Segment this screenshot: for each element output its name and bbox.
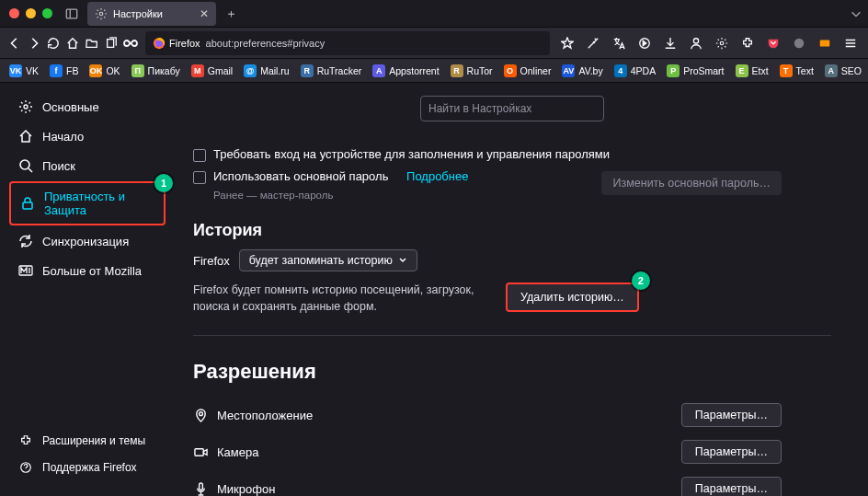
bookmark-item[interactable]: @Mail.ru (240, 63, 293, 79)
main-panel: Требовать вход на устройстве для заполне… (175, 83, 868, 496)
bookmark-item[interactable]: EEtxt (732, 63, 772, 79)
download-icon[interactable] (658, 31, 682, 55)
wand-icon[interactable] (581, 31, 605, 55)
bookmark-label: AV.by (578, 65, 602, 76)
bookmark-item[interactable]: ASEO (821, 63, 865, 79)
sidebar-item-general[interactable]: Основные (9, 93, 166, 121)
checkbox-device-login[interactable] (193, 149, 206, 162)
perm-settings-button[interactable]: Параметры… (681, 440, 782, 464)
sidebar-item-sync[interactable]: Синхронизация (9, 227, 166, 255)
translate-icon[interactable] (607, 31, 631, 55)
menu-icon[interactable] (839, 31, 862, 55)
sidebar-extensions[interactable]: Расширения и темы (9, 428, 166, 454)
reload-button[interactable] (44, 31, 62, 55)
infinity-icon[interactable] (122, 31, 140, 55)
favicon: M (191, 64, 204, 77)
tab-settings[interactable]: Настройки ✕ (87, 2, 216, 26)
bookmark-label: SEO (841, 65, 862, 76)
sidebar-label: Расширения и темы (42, 434, 145, 447)
copy-icon[interactable] (103, 31, 120, 55)
new-tab-button[interactable]: ＋ (220, 3, 242, 25)
svg-rect-17 (194, 448, 202, 456)
puzzle-icon (18, 434, 33, 447)
firefox-logo-icon (153, 37, 166, 50)
window-close[interactable] (9, 8, 19, 18)
checkbox-primary-password[interactable] (193, 171, 206, 184)
favicon: П (131, 64, 144, 77)
perm-settings-button[interactable]: Параметры… (681, 477, 782, 496)
bookmark-item[interactable]: fFB (46, 63, 82, 79)
annotation-marker-2: 2 (632, 271, 650, 290)
favicon: A (372, 64, 385, 77)
mozilla-icon (18, 263, 33, 278)
svg-rect-13 (23, 202, 32, 209)
sidebar-support[interactable]: Поддержка Firefox (9, 455, 166, 480)
bookmark-item[interactable]: RRuTor (447, 63, 497, 79)
bookmark-item[interactable]: PProSmart (663, 63, 727, 79)
urlbar-brand: Firefox (169, 38, 200, 49)
settings-search-input[interactable] (420, 96, 604, 121)
perm-row-camera: Камера Параметры… (193, 433, 782, 470)
favicon: R (301, 64, 314, 77)
lock-icon (20, 196, 35, 211)
sidebar-item-mozilla[interactable]: Больше от Mozilla (9, 257, 166, 284)
sidebar-toggle-icon[interactable] (62, 4, 82, 24)
sidebar-item-privacy[interactable]: Приватность и Защита 1 (9, 181, 166, 225)
bookmark-item[interactable]: RRuTracker (297, 63, 366, 79)
favicon: VK (9, 64, 22, 77)
learn-more-link[interactable]: Подробнее (406, 169, 468, 183)
bookmark-item[interactable]: 44PDA (611, 63, 659, 79)
chevron-down-icon[interactable] (850, 7, 862, 20)
sidebar-label: Синхронизация (42, 235, 129, 248)
dropdown-value: будет запоминать историю (249, 254, 393, 267)
perm-label: Местоположение (217, 409, 313, 422)
star-icon[interactable] (555, 31, 579, 55)
bookmark-item[interactable]: TText (776, 63, 817, 79)
sidebar-item-search[interactable]: Поиск (9, 152, 166, 179)
settings-icon[interactable] (710, 31, 734, 55)
perm-settings-button[interactable]: Параметры… (681, 403, 782, 427)
gear-icon (95, 7, 108, 20)
home-button[interactable] (63, 31, 81, 55)
vpn-badge-icon[interactable] (813, 31, 837, 55)
forward-button[interactable] (25, 31, 42, 55)
bookmark-item[interactable]: OKOK (86, 63, 123, 79)
identity-box[interactable]: Firefox (153, 37, 200, 50)
extensions-icon[interactable] (736, 31, 760, 55)
bookmark-item[interactable]: AVAV.by (558, 63, 606, 79)
bookmark-label: FB (66, 65, 78, 76)
bookmark-item[interactable]: VKVK (6, 63, 42, 79)
bookmark-item[interactable]: OOnliner (500, 63, 555, 79)
clear-history-button[interactable]: Удалить историю… 2 (506, 283, 639, 312)
titlebar: Настройки ✕ ＋ (0, 0, 868, 28)
bookmark-label: RuTracker (317, 65, 362, 76)
bookmark-item[interactable]: ППикабу (128, 63, 184, 79)
perm-label: Камера (217, 445, 258, 459)
bookmark-item[interactable]: MGmail (188, 63, 236, 79)
sync-icon (18, 234, 33, 248)
chevron-down-icon (398, 256, 407, 265)
sidebar-label: Поддержка Firefox (42, 461, 137, 474)
history-mode-dropdown[interactable]: будет запоминать историю (239, 249, 417, 271)
pocket-icon[interactable] (761, 31, 785, 55)
bookmark-item[interactable]: AAppstorrent (369, 63, 442, 79)
bookmark-label: ProSmart (683, 65, 724, 76)
change-password-button[interactable]: Изменить основной пароль… (601, 171, 782, 195)
account-icon[interactable] (684, 31, 708, 55)
tab-close-icon[interactable]: ✕ (200, 7, 209, 20)
back-button[interactable] (6, 31, 23, 55)
sidebar-item-home[interactable]: Начало (9, 122, 166, 150)
refresh-circle-icon[interactable] (633, 31, 657, 55)
svg-point-7 (693, 38, 698, 42)
window-maximize[interactable] (42, 8, 52, 18)
urlbar[interactable]: Firefox about:preferences#privacy (145, 31, 550, 55)
folder-icon[interactable] (84, 31, 101, 55)
window-minimize[interactable] (26, 8, 36, 18)
sidebar-label: Основные (42, 100, 99, 114)
checkbox-label: Требовать вход на устройстве для заполне… (213, 147, 610, 161)
shield-icon[interactable] (787, 31, 811, 55)
svg-point-9 (794, 38, 805, 48)
location-icon (193, 409, 208, 422)
bookmark-label: Пикабу (148, 65, 180, 76)
bookmark-label: VK (26, 65, 39, 76)
